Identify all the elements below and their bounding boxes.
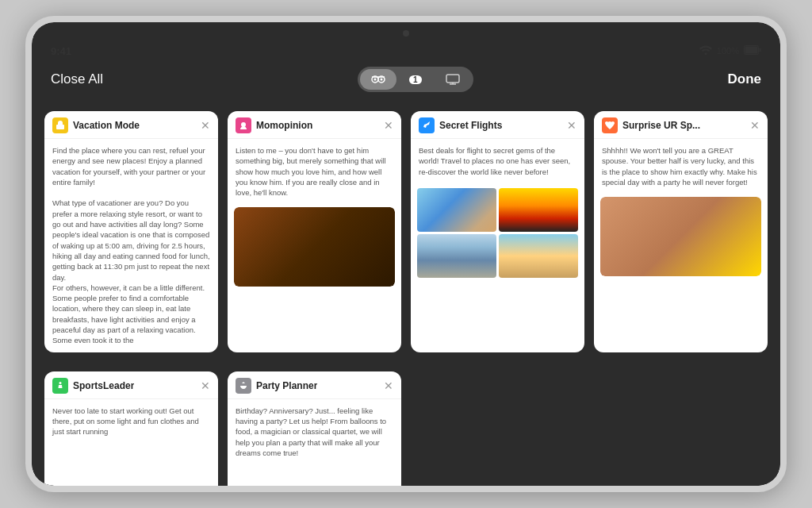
desert-image	[499, 234, 578, 278]
card-header: Surprise UR Sp... ✕	[594, 111, 768, 139]
close-party-planner-button[interactable]: ✕	[384, 380, 393, 391]
svg-rect-2	[745, 47, 758, 54]
gift-image	[234, 207, 395, 287]
svg-rect-8	[446, 75, 459, 83]
vacation-mode-body: Find the place where you can rest, refue…	[44, 139, 218, 352]
momopinion-image	[234, 207, 395, 287]
momopinion-body: Listen to me – you don't have to get him…	[228, 139, 401, 204]
paris-image	[417, 234, 496, 278]
battery-icon	[744, 44, 761, 58]
card-surprise-ur-spouse: Surprise UR Sp... ✕ Shhhh!! We won't tel…	[594, 111, 768, 352]
london-image	[417, 188, 496, 232]
close-sports-leader-button[interactable]: ✕	[201, 380, 210, 391]
sports-leader-title: SportsLeader	[73, 380, 134, 391]
hands-image	[600, 197, 761, 276]
card-secret-flights: Secret Flights ✕ Best deals for flight t…	[411, 111, 584, 352]
tablet-device: 9:41 100%	[25, 16, 787, 492]
momopinion-title: Momopinion	[256, 120, 312, 131]
status-icons: 100%	[699, 44, 761, 58]
momopinion-icon	[236, 117, 251, 133]
card-header: Vacation Mode ✕	[44, 111, 218, 139]
incognito-tab-button[interactable]	[360, 69, 396, 90]
card-header: Party Planner ✕	[228, 371, 401, 399]
wifi-icon	[699, 45, 712, 57]
secret-flights-title: Secret Flights	[439, 120, 502, 131]
surprise-icon	[602, 117, 618, 133]
svg-rect-9	[56, 125, 64, 129]
close-all-button[interactable]: Close All	[51, 71, 103, 87]
sports-leader-body: Never too late to start working out! Get…	[44, 399, 218, 444]
surprise-body: Shhhh!! We won't tell you are a GREAT sp…	[594, 139, 768, 194]
empty-slot-4	[594, 371, 768, 486]
top-cards-grid: Vacation Mode ✕ Find the place where you…	[44, 111, 768, 362]
vacation-mode-icon	[52, 117, 68, 133]
status-time: 9:41	[51, 45, 71, 57]
top-navigation-bar: Close All 1	[32, 60, 780, 98]
party-planner-icon	[236, 378, 251, 394]
party-planner-body: Birthday? Anniversary? Just... feeling l…	[228, 399, 401, 464]
card-sports-leader: SportsLeader ✕ Never too late to start w…	[44, 371, 218, 486]
sports-leader-icon	[52, 378, 68, 394]
secret-flights-body: Best deals for flight to secret gems of …	[411, 139, 584, 183]
card-header: Secret Flights ✕	[411, 111, 584, 139]
secret-flights-icon	[419, 117, 435, 133]
card-header: Momopinion ✕	[228, 111, 401, 139]
status-bar: 9:41 100%	[32, 41, 780, 60]
svg-point-0	[704, 52, 707, 55]
surprise-title: Surprise UR Sp...	[622, 120, 700, 131]
party-planner-title: Party Planner	[256, 380, 317, 391]
done-button[interactable]: Done	[727, 71, 761, 87]
secret-flights-image-grid	[417, 188, 578, 278]
tablet-screen: 9:41 100%	[32, 22, 780, 486]
numbered-tab-button[interactable]: 1	[398, 71, 433, 89]
close-vacation-mode-button[interactable]: ✕	[201, 120, 210, 131]
close-surprise-button[interactable]: ✕	[750, 120, 760, 131]
tab-switcher: 1	[358, 67, 473, 92]
content-area: Vacation Mode ✕ Find the place where you…	[32, 98, 780, 486]
svg-point-11	[59, 382, 62, 384]
surprise-image	[600, 197, 761, 276]
battery-percentage: 100%	[717, 46, 739, 56]
bottom-cards-grid: SportsLeader ✕ Never too late to start w…	[44, 371, 768, 486]
close-momopinion-button[interactable]: ✕	[384, 120, 393, 131]
city-image	[499, 188, 578, 232]
svg-point-7	[380, 79, 382, 81]
close-secret-flights-button[interactable]: ✕	[567, 120, 576, 131]
vacation-mode-title: Vacation Mode	[73, 120, 140, 131]
card-header: SportsLeader ✕	[44, 371, 218, 399]
tab-count-badge: 1	[409, 75, 422, 84]
card-party-planner: Party Planner ✕ Birthday? Anniversary? J…	[228, 371, 401, 486]
card-vacation-mode: Vacation Mode ✕ Find the place where you…	[44, 111, 218, 352]
front-camera	[403, 30, 409, 37]
screen-tab-button[interactable]	[435, 69, 471, 90]
svg-point-6	[373, 79, 376, 81]
empty-slot-3	[411, 371, 584, 486]
svg-rect-3	[760, 48, 761, 52]
card-momopinion: Momopinion ✕ Listen to me – you don't ha…	[228, 111, 401, 352]
